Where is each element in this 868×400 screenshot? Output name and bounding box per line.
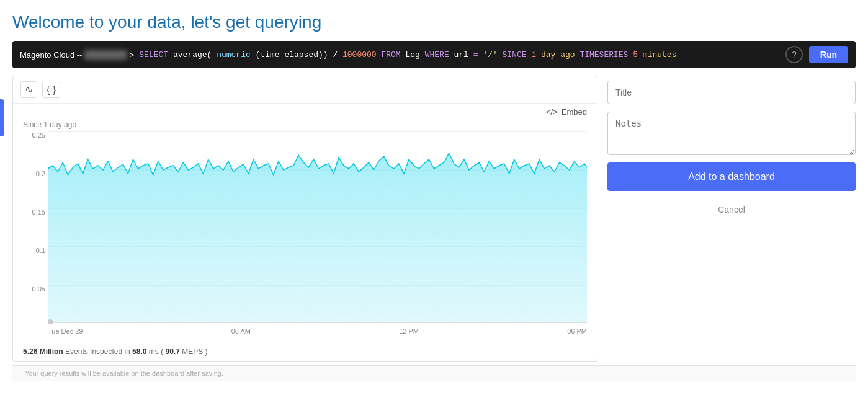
q-from: FROM (381, 50, 405, 60)
stats-text: Events Inspected in (65, 347, 130, 356)
chart-svg (48, 131, 587, 324)
stats-close: ) (205, 347, 208, 356)
bottom-hint-bar: Your query results will be available on … (12, 365, 856, 381)
chart-area: 0.25 0.2 0.15 0.1 0.05 (13, 131, 597, 342)
q-since: SINCE (503, 50, 532, 60)
chart-svg-container (48, 131, 587, 324)
stats-ms: 58.0 (132, 347, 146, 356)
q-eq: = (473, 50, 483, 60)
y-label-1: 0.25 (32, 131, 45, 139)
y-label-3: 0.15 (32, 208, 45, 216)
help-button[interactable]: ? (785, 46, 803, 63)
chart-json-icon[interactable]: { } (42, 82, 60, 98)
query-actions: ? Run (785, 46, 848, 63)
chart-toolbar: ∿ { } (13, 76, 597, 104)
y-label-2: 0.2 (36, 170, 45, 177)
notes-textarea[interactable] (607, 112, 856, 155)
add-dashboard-button[interactable]: Add to a dashboard (607, 162, 856, 191)
sidebar-panel: Add to a dashboard Cancel (607, 76, 856, 362)
embed-button[interactable]: </> Embed (546, 107, 587, 117)
q-numeric: numeric (217, 50, 251, 60)
query-arrow: > (130, 50, 135, 60)
page-wrapper: Welcome to your data, let's get querying… (0, 0, 868, 400)
chart-header: </> Embed (13, 104, 597, 120)
x-label-3: 12 PM (399, 327, 419, 342)
stats-meps: 90.7 (165, 347, 179, 356)
stats-million: 5.26 Million (23, 347, 63, 356)
chart-line-icon[interactable]: ∿ (20, 81, 37, 98)
y-label-4: 0.1 (36, 247, 45, 254)
x-label-1: Tue Dec 29 (48, 327, 83, 342)
left-accent-bar (0, 99, 4, 136)
x-label-2: 06 AM (231, 327, 251, 342)
chart-since-label: Since 1 day ago (13, 120, 597, 131)
title-input[interactable] (607, 81, 856, 104)
query-text: SELECT average( numeric (time_elapsed)) … (139, 50, 777, 60)
account-blurred: hurts.bers... (84, 50, 127, 60)
chart-panel: ∿ { } </> Embed Since 1 day ago 0.25 0.2… (12, 76, 597, 362)
q-num2: 5 (633, 50, 638, 60)
q-dayago: day ago (541, 50, 579, 60)
q-fn: average( (173, 50, 212, 60)
page-title: Welcome to your data, let's get querying (12, 12, 856, 32)
run-button[interactable]: Run (809, 46, 848, 63)
query-account-name: Magento Cloud -- hurts.bers... (20, 50, 127, 60)
query-bar: Magento Cloud -- hurts.bers... > SELECT … (12, 41, 856, 68)
embed-label: Embed (562, 107, 587, 117)
q-col: url (454, 50, 468, 60)
x-axis: Tue Dec 29 06 AM 12 PM 06 PM (48, 327, 587, 342)
q-num1: 1 (531, 50, 536, 60)
bottom-hint-text: Your query results will be available on … (25, 370, 223, 377)
q-minutes: minutes (643, 50, 677, 60)
stats-meps-label: MEPS (182, 347, 203, 356)
y-label-5: 0.05 (32, 285, 45, 293)
q-val: '/' (483, 50, 497, 60)
q-select: SELECT (139, 50, 173, 60)
stats-ms-label: ms ( (149, 347, 163, 356)
q-divisor: 1000000 (342, 50, 377, 60)
q-table: Log (405, 50, 419, 60)
y-axis: 0.25 0.2 0.15 0.1 0.05 (23, 131, 48, 324)
cancel-button[interactable]: Cancel (607, 198, 856, 221)
q-paren: (time_elapsed)) / (256, 50, 342, 60)
q-where: WHERE (425, 50, 454, 60)
chart-footer: 5.26 Million Events Inspected in 58.0 ms… (13, 342, 597, 361)
main-content: ∿ { } </> Embed Since 1 day ago 0.25 0.2… (12, 76, 856, 362)
q-timeseries: TIMESERIES (579, 50, 633, 60)
embed-icon: </> (546, 107, 558, 117)
x-label-4: 06 PM (567, 327, 587, 342)
